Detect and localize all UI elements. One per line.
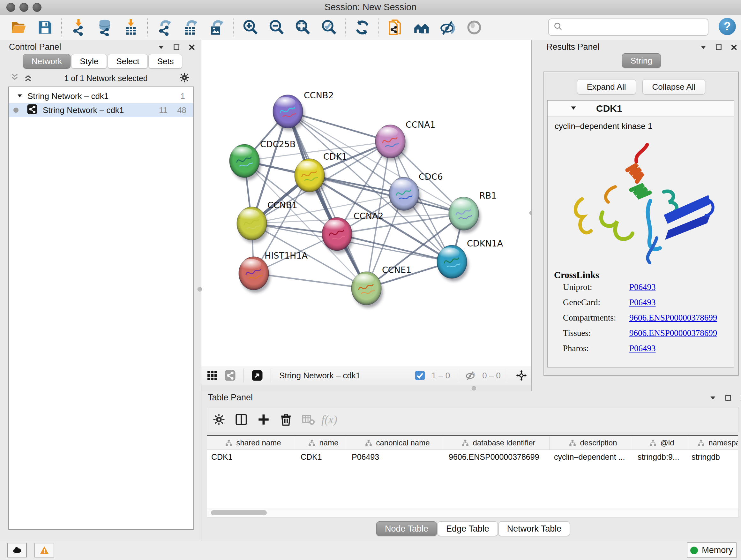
table-settings-gear-icon[interactable]	[212, 412, 226, 427]
network-collection-row[interactable]: String Network – cdk1 1	[9, 87, 193, 103]
delete-table-icon-disabled	[301, 412, 316, 427]
network-selection-bar: 1 of 1 Network selected	[6, 71, 195, 86]
save-session-icon[interactable]	[36, 18, 54, 37]
crosslink-link[interactable]: 9606.ENSP00000378699	[629, 328, 717, 338]
crosslink-link[interactable]: P06493	[629, 344, 656, 354]
panel-float-icon[interactable]	[724, 394, 732, 402]
hide-unhide-icon[interactable]	[439, 18, 457, 37]
network-view-canvas[interactable]: CCNB2CCNA1CDC25BCDK1CDC6RB1CCNB1CCNA2CDK…	[201, 40, 531, 367]
expand-all-button[interactable]: Expand All	[577, 79, 636, 95]
export-table-icon[interactable]	[181, 18, 200, 37]
open-in-new-window-icon[interactable]	[251, 369, 264, 382]
panel-collapse-icon[interactable]	[709, 394, 717, 402]
tab-network[interactable]: Network	[23, 54, 71, 69]
left-splitter-handle[interactable]	[198, 287, 202, 292]
table-row[interactable]: CDK1CDK1P064939606.ENSP00000378699cyclin…	[207, 450, 738, 464]
control-panel-title: Control Panel	[9, 41, 61, 53]
protein-description: cyclin–dependent kinase 1	[555, 121, 734, 131]
memory-button[interactable]: Memory	[687, 543, 737, 558]
import-table-from-file-icon[interactable]	[122, 18, 140, 37]
table-panel-title: Table Panel	[208, 391, 253, 404]
crosslink-link[interactable]: 9606.ENSP00000378699	[629, 313, 717, 323]
node-CCNE1[interactable]	[351, 272, 383, 308]
network-row[interactable]: String Network – cdk1 11 48	[9, 103, 193, 117]
graphics-details-icon[interactable]	[465, 18, 483, 37]
add-column-icon[interactable]	[256, 412, 271, 427]
cell-canonical-name: P06493	[347, 452, 444, 462]
column-header-shared-name[interactable]: shared name	[207, 436, 296, 449]
import-network-from-database-icon[interactable]	[95, 18, 114, 37]
section-expander-icon[interactable]	[570, 105, 577, 113]
panel-float-icon[interactable]	[715, 43, 723, 51]
panel-float-icon[interactable]	[172, 43, 181, 51]
panel-collapse-icon[interactable]	[157, 43, 165, 51]
zoom-selected-icon[interactable]	[320, 18, 338, 37]
help-button[interactable]: ?	[719, 18, 736, 35]
edge-HIST1H1A-CCNE1[interactable]	[254, 273, 366, 288]
tab-select[interactable]: Select	[108, 54, 148, 69]
tab-node-table[interactable]: Node Table	[376, 521, 437, 536]
tab-network-table[interactable]: Network Table	[498, 521, 570, 536]
node-CDKN1A[interactable]	[437, 245, 468, 281]
export-network-icon[interactable]	[155, 18, 174, 37]
open-session-icon[interactable]	[10, 18, 28, 37]
collapse-all-button[interactable]: Collapse All	[643, 79, 705, 95]
network-options-gear-icon[interactable]	[179, 72, 190, 84]
hidden-eye-icon[interactable]	[464, 369, 477, 382]
search-box[interactable]	[548, 18, 709, 36]
memory-label: Memory	[702, 545, 733, 555]
splitter-handle[interactable]	[472, 386, 476, 390]
node-RB1[interactable]	[449, 197, 480, 233]
node-CCNA2[interactable]	[322, 217, 354, 253]
zoom-fit-icon[interactable]	[293, 18, 312, 37]
panel-close-icon[interactable]	[188, 43, 196, 51]
column-header-canonical-name[interactable]: canonical name	[347, 436, 444, 449]
collapse-all-icon[interactable]	[10, 72, 20, 84]
tab-style[interactable]: Style	[71, 54, 107, 69]
export-image-icon[interactable]	[207, 18, 226, 37]
node-CDK1[interactable]	[294, 159, 326, 195]
column-header-name[interactable]: name	[296, 436, 347, 449]
node-CCNB2[interactable]	[273, 95, 305, 131]
panel-collapse-icon[interactable]	[699, 43, 708, 51]
table-header-row: shared namenamecanonical namedatabase id…	[207, 436, 738, 450]
tab-sets[interactable]: Sets	[148, 54, 182, 69]
string-share-icon[interactable]	[224, 369, 237, 382]
string-network-graph[interactable]: CCNB2CCNA1CDC25BCDK1CDC6RB1CCNB1CCNA2CDK…	[201, 40, 531, 366]
panel-close-icon[interactable]	[730, 43, 738, 51]
refresh-view-icon[interactable]	[353, 18, 372, 37]
node-CDC25B[interactable]	[229, 144, 261, 180]
expand-all-icon[interactable]	[23, 72, 33, 84]
node-HIST1H1A[interactable]	[239, 257, 270, 293]
crosslink-link[interactable]: P06493	[629, 298, 656, 307]
cdk1-result-section: CDK1 cyclin–dependent kinase 1	[547, 100, 734, 368]
cdk1-section-header[interactable]: CDK1	[548, 101, 734, 117]
scrollbar-thumb[interactable]	[211, 510, 267, 515]
column-header-description[interactable]: description	[549, 436, 633, 449]
tree-expander-icon[interactable]	[17, 91, 23, 101]
edge-CCNB2-CCNE1[interactable]	[288, 111, 366, 288]
column-header-database-identifier[interactable]: database identifier	[444, 436, 549, 449]
warning-button[interactable]	[35, 543, 54, 557]
home-icon[interactable]	[413, 18, 431, 37]
tab-edge-table[interactable]: Edge Table	[437, 521, 498, 536]
pan-crosshair-icon[interactable]	[515, 369, 528, 382]
zoom-out-icon[interactable]	[267, 18, 286, 37]
cloud-status-button[interactable]	[7, 543, 27, 557]
panel-close-icon[interactable]	[739, 394, 741, 402]
column-header-namespac[interactable]: namespac	[687, 436, 738, 449]
show-columns-icon[interactable]	[234, 412, 249, 427]
selected-checkbox-icon[interactable]	[414, 369, 426, 382]
node-CCNA1[interactable]	[375, 125, 407, 161]
results-tab-string[interactable]: String	[622, 53, 661, 68]
column-header--id[interactable]: @id	[633, 436, 687, 449]
delete-column-icon[interactable]	[279, 412, 293, 427]
network-row-label: String Network – cdk1	[43, 105, 159, 115]
string-import-icon[interactable]	[387, 18, 405, 37]
table-horizontal-scrollbar[interactable]	[207, 509, 738, 517]
birdseye-grid-icon[interactable]	[206, 369, 219, 382]
crosslink-link[interactable]: P06493	[629, 282, 656, 292]
zoom-in-icon[interactable]	[241, 18, 259, 37]
import-network-from-file-icon[interactable]	[69, 18, 88, 37]
search-input[interactable]	[566, 20, 708, 34]
